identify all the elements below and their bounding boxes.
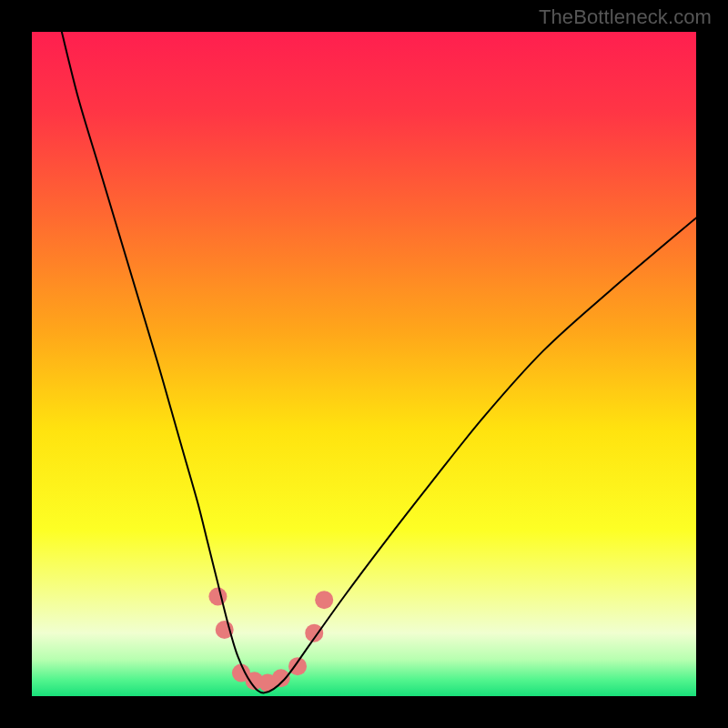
plot-area <box>32 32 696 696</box>
plot-svg <box>32 32 696 696</box>
watermark-text: TheBottleneck.com <box>539 5 712 29</box>
highlight-dot <box>272 669 290 687</box>
highlight-dot <box>288 657 307 675</box>
chart-frame: TheBottleneck.com <box>0 0 728 728</box>
highlight-dot <box>208 588 227 606</box>
plot-background <box>32 32 696 696</box>
highlight-dot <box>315 591 333 609</box>
